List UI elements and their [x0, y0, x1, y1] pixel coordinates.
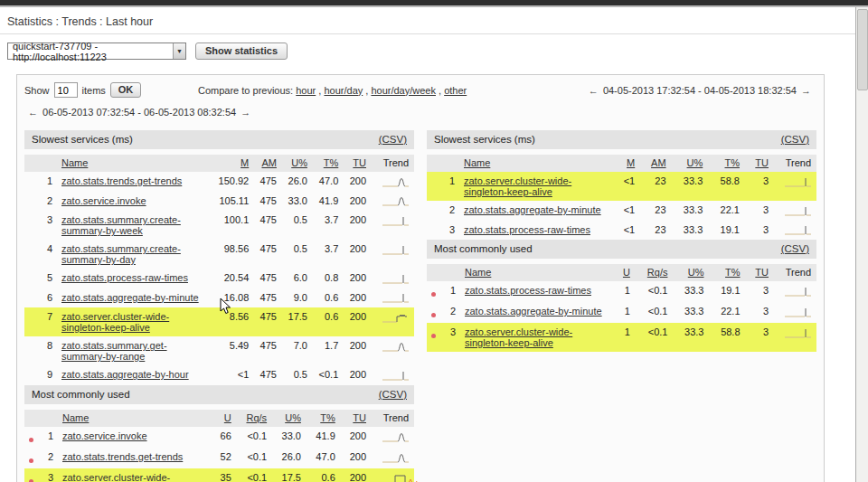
stat-value: 6.0	[281, 269, 312, 288]
service-link[interactable]: zato.server.cluster-wide-singleton-keep-…	[62, 472, 170, 482]
sort-header-rqs[interactable]: Rq/s	[647, 267, 668, 278]
table-row: 3zato.stats.process-raw-times<12333.319.…	[427, 221, 816, 241]
service-link[interactable]: zato.service.invoke	[62, 430, 147, 441]
stat-value: 0.6	[306, 468, 340, 482]
compared-range-prev-arrow[interactable]: ←	[587, 85, 600, 96]
trend-sparkline	[382, 370, 410, 382]
current-range-next-arrow[interactable]: →	[239, 107, 252, 118]
service-link[interactable]: zato.stats.process-raw-times	[61, 272, 188, 283]
service-link[interactable]: zato.stats.trends.get-trends	[61, 175, 182, 186]
sort-header-tu[interactable]: TU	[353, 412, 366, 423]
stat-value: <0.1	[312, 365, 343, 385]
row-rank: 9	[24, 365, 57, 385]
top-window-bar	[0, 0, 868, 7]
service-link[interactable]: zato.server.cluster-wide-singleton-keep-…	[465, 326, 572, 348]
csv-link[interactable]: (CSV)	[781, 134, 809, 145]
stat-value: <0.1	[236, 427, 271, 448]
service-link[interactable]: zato.stats.summary.get-summary-by-range	[61, 340, 167, 362]
scrollbar-thumb[interactable]	[857, 9, 868, 90]
trend-sparkline	[382, 244, 410, 256]
section-title: Most commonly used	[32, 389, 130, 400]
row-rank: 7	[24, 307, 57, 336]
trend-sparkline	[784, 176, 812, 188]
chevron-down-icon[interactable]: ▼	[173, 43, 185, 59]
stat-value: 58.8	[707, 172, 744, 201]
sort-header-rqs[interactable]: Rq/s	[246, 412, 267, 423]
sort-header-t[interactable]: T%	[324, 157, 339, 168]
sort-header-u[interactable]: U%	[688, 267, 704, 278]
stat-value: 200	[343, 288, 371, 308]
compare-link-other[interactable]: other	[444, 85, 467, 96]
trend-cell	[371, 240, 414, 269]
items-count-input[interactable]	[54, 82, 78, 98]
stat-value: 0.6	[312, 288, 343, 308]
stat-value: 475	[253, 365, 281, 385]
csv-link[interactable]: (CSV)	[781, 243, 809, 254]
stat-value: <1	[613, 201, 639, 221]
trend-cell	[371, 307, 414, 336]
service-link[interactable]: zato.stats.summary.create-summary-by-wee…	[61, 214, 181, 236]
stat-value: 66	[212, 427, 236, 448]
sort-header-m[interactable]: M	[627, 157, 635, 168]
cluster-select[interactable]: quickstart-737709 - http://localhost:112…	[7, 43, 186, 60]
controls-row: Show items OK Compare to previous: hour …	[24, 82, 816, 98]
sort-header-name[interactable]: Name	[61, 157, 88, 168]
compare-link-hour-day-week[interactable]: hour/day/week	[371, 85, 436, 96]
service-link[interactable]: zato.stats.process-raw-times	[464, 224, 590, 235]
cluster-select-value: quickstart-737709 - http://localhost:112…	[13, 41, 169, 62]
sort-header-tu[interactable]: TU	[755, 157, 769, 168]
show-statistics-button[interactable]: Show statistics	[195, 43, 288, 60]
sort-header-u[interactable]: U	[224, 412, 231, 423]
sort-header-t[interactable]: T%	[725, 267, 741, 278]
csv-link[interactable]: (CSV)	[379, 134, 407, 145]
trend-sparkline	[784, 286, 812, 298]
sort-header-name[interactable]: Name	[62, 412, 89, 423]
sort-header-u[interactable]: U%	[285, 412, 301, 423]
service-link[interactable]: zato.stats.aggregate-by-minute	[465, 306, 602, 317]
sort-header-u[interactable]: U%	[291, 157, 307, 168]
service-link[interactable]: zato.stats.trends.get-trends	[62, 451, 183, 462]
trend-sparkline	[784, 307, 812, 318]
stat-value: 105.11	[211, 192, 253, 212]
service-link[interactable]: zato.stats.process-raw-times	[465, 285, 591, 296]
ok-button[interactable]: OK	[110, 82, 142, 98]
sort-header-tu[interactable]: TU	[353, 157, 366, 168]
stat-value: 17.5	[281, 307, 312, 336]
sort-header-u[interactable]: U%	[687, 157, 703, 168]
stat-value: 3.7	[312, 211, 343, 240]
stat-value: <1	[211, 365, 253, 385]
sort-header-u[interactable]: U	[623, 267, 630, 278]
content-box: Show items OK Compare to previous: hour …	[16, 74, 825, 482]
stat-value: <1	[613, 221, 639, 241]
sort-header-m[interactable]: M	[241, 157, 249, 168]
panel-most-commonly-used-compared: Most commonly used(CSV)NameURq/sU%T%TUTr…	[427, 240, 816, 352]
section-header: Most commonly used(CSV)	[24, 385, 414, 404]
compare-link-hour[interactable]: hour	[296, 85, 316, 96]
sort-header-tu[interactable]: TU	[755, 267, 769, 278]
row-rank: 5	[24, 269, 57, 288]
current-range-prev-arrow[interactable]: ←	[26, 107, 40, 118]
table-row: 2zato.stats.trends.get-trends52<0.126.04…	[24, 448, 414, 468]
service-link[interactable]: zato.stats.aggregate-by-minute	[61, 292, 199, 303]
sort-header-name[interactable]: Name	[465, 267, 491, 278]
service-link[interactable]: zato.stats.aggregate-by-hour	[61, 369, 189, 380]
service-link[interactable]: zato.service.invoke	[61, 195, 146, 206]
service-link[interactable]: zato.stats.summary.create-summary-by-day	[61, 243, 181, 265]
stat-value: 33.0	[281, 192, 312, 212]
bullet-dot-icon	[431, 292, 436, 297]
service-link[interactable]: zato.server.cluster-wide-singleton-keep-…	[61, 311, 169, 333]
vertical-scrollbar[interactable]	[855, 0, 868, 482]
compare-link-hour-day[interactable]: hour/day	[324, 85, 363, 96]
sort-header-t[interactable]: T%	[725, 157, 741, 168]
stat-value: 475	[253, 172, 281, 192]
service-link[interactable]: zato.server.cluster-wide-singleton-keep-…	[464, 175, 571, 197]
sort-header-name[interactable]: Name	[464, 157, 490, 168]
stat-value: 475	[253, 288, 281, 308]
sort-header-am[interactable]: AM	[651, 157, 666, 168]
csv-link[interactable]: (CSV)	[379, 389, 407, 400]
service-link[interactable]: zato.stats.aggregate-by-minute	[464, 204, 601, 215]
sort-header-t[interactable]: T%	[320, 412, 335, 423]
compared-range-next-arrow[interactable]: →	[799, 85, 813, 96]
sort-header-am[interactable]: AM	[261, 157, 277, 168]
stat-value: 47.0	[306, 448, 340, 468]
